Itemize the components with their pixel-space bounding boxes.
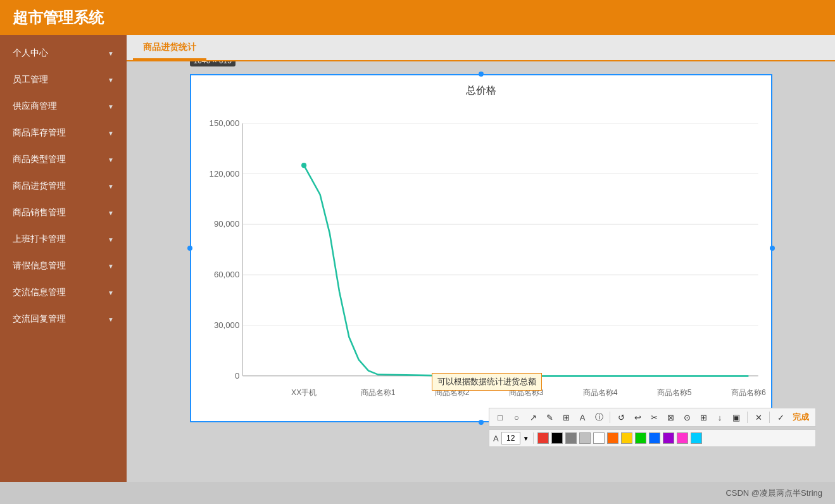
tool-pen[interactable]: ✎: [543, 410, 556, 424]
sidebar-label-leave: 请假信息管理: [13, 260, 66, 272]
chart-title: 总价格: [191, 75, 771, 98]
tool-close[interactable]: ✕: [751, 410, 765, 424]
sidebar-label-attendance: 上班打卡管理: [13, 234, 66, 245]
sep2: [747, 412, 748, 423]
sidebar-item-reply[interactable]: 交流回复管理 ▼: [0, 306, 127, 332]
sidebar-item-attendance[interactable]: 上班打卡管理 ▼: [0, 226, 127, 253]
sidebar-arrow-sales: ▼: [108, 210, 114, 217]
sep3: [769, 412, 770, 423]
sidebar-label-purchase: 商品进货管理: [13, 180, 66, 192]
color-green[interactable]: [635, 432, 646, 444]
color-pink[interactable]: [677, 432, 688, 444]
color-purple[interactable]: [663, 432, 674, 444]
body-wrap: 个人中心 ▼ 员工管理 ▼ 供应商管理 ▼ 商品库存管理 ▼ 商品类型管理 ▼ …: [0, 35, 835, 482]
sidebar-arrow-attendance: ▼: [108, 236, 114, 243]
color-gray[interactable]: [565, 432, 577, 444]
toolbar-done-button[interactable]: 完成: [790, 412, 812, 423]
font-size-dropdown-arrow[interactable]: ▼: [523, 435, 529, 442]
toolbar-font-row: A ▼: [489, 429, 816, 447]
footer-credit: CSDN @凌晨两点半String: [725, 488, 822, 499]
tool-grid[interactable]: ⊞: [696, 410, 710, 424]
tool-check[interactable]: ✓: [774, 410, 788, 424]
sidebar-arrow-reply: ▼: [108, 316, 114, 323]
sidebar-arrow-purchase: ▼: [108, 183, 114, 190]
color-cyan[interactable]: [691, 432, 702, 444]
sidebar-label-reply: 交流回复管理: [13, 313, 66, 325]
sidebar-label-staff: 员工管理: [13, 74, 48, 85]
sidebar-item-inventory[interactable]: 商品库存管理 ▼: [0, 120, 127, 146]
tool-redo[interactable]: ↩: [631, 410, 644, 424]
size-label: 1046 × 615: [190, 61, 235, 66]
sidebar: 个人中心 ▼ 员工管理 ▼ 供应商管理 ▼ 商品库存管理 ▼ 商品类型管理 ▼ …: [0, 35, 127, 482]
color-white[interactable]: [593, 432, 605, 444]
svg-text:30,000: 30,000: [213, 320, 239, 330]
sidebar-arrow-message: ▼: [108, 289, 114, 296]
sidebar-item-leave[interactable]: 请假信息管理 ▼: [0, 253, 127, 279]
sidebar-item-purchase[interactable]: 商品进货管理 ▼: [0, 173, 127, 199]
sidebar-arrow-inventory: ▼: [108, 130, 114, 137]
tool-download[interactable]: ↓: [713, 410, 727, 424]
font-icon: A: [493, 434, 499, 443]
svg-text:0: 0: [234, 371, 239, 381]
chart-tooltip: 可以根据数据统计进货总额: [432, 373, 542, 391]
app-title: 超市管理系统: [13, 8, 104, 28]
resize-handle-right[interactable]: [770, 246, 775, 251]
sep4: [533, 432, 534, 444]
tool-rectangle[interactable]: □: [493, 410, 507, 424]
tool-info[interactable]: ⓘ: [592, 410, 606, 424]
tool-arrow[interactable]: ↗: [526, 410, 540, 424]
annotation-toolbar: □ ○ ↗ ✎ ⊞ A ⓘ ↺ ↩ ✂ ⊠ ⊙ ⊞ ↓ ▣: [489, 408, 816, 447]
color-orange[interactable]: [607, 432, 618, 444]
svg-text:90,000: 90,000: [213, 219, 239, 229]
sidebar-item-staff[interactable]: 员工管理 ▼: [0, 66, 127, 93]
color-yellow[interactable]: [621, 432, 632, 444]
tool-cross[interactable]: ⊠: [663, 410, 677, 424]
color-silver[interactable]: [579, 432, 591, 444]
sidebar-arrow-supplier: ▼: [108, 103, 114, 110]
sidebar-arrow-personal: ▼: [108, 50, 114, 57]
tool-cut[interactable]: ✂: [647, 410, 661, 424]
color-red[interactable]: [537, 432, 549, 444]
main-content: 商品进货统计 1046 × 615 总价格: [127, 35, 835, 482]
chart-svg: 150,000 120,000 90,000 60,000 30,000 0 X…: [191, 104, 771, 415]
color-black[interactable]: [551, 432, 563, 444]
sidebar-item-message[interactable]: 交流信息管理 ▼: [0, 279, 127, 306]
sidebar-label-category: 商品类型管理: [13, 154, 66, 165]
sidebar-item-personal[interactable]: 个人中心 ▼: [0, 40, 127, 66]
chart-box: 总价格 150,000 120,000 90,000: [190, 74, 772, 422]
sidebar-label-inventory: 商品库存管理: [13, 127, 66, 139]
sep1: [610, 412, 610, 423]
tool-text[interactable]: A: [575, 410, 589, 424]
sidebar-item-category[interactable]: 商品类型管理 ▼: [0, 146, 127, 173]
toolbar-main-row: □ ○ ↗ ✎ ⊞ A ⓘ ↺ ↩ ✂ ⊠ ⊙ ⊞ ↓ ▣: [489, 408, 816, 427]
sidebar-item-sales[interactable]: 商品销售管理 ▼: [0, 199, 127, 226]
resize-handle-left[interactable]: [187, 246, 192, 251]
chart-wrapper: 1046 × 615 总价格: [190, 74, 772, 422]
sidebar-arrow-staff: ▼: [108, 77, 114, 84]
sidebar-label-sales: 商品销售管理: [13, 207, 66, 218]
sidebar-label-supplier: 供应商管理: [13, 101, 57, 112]
svg-text:商品名称6: 商品名称6: [731, 388, 766, 397]
sidebar-arrow-leave: ▼: [108, 263, 114, 270]
svg-text:商品名称4: 商品名称4: [582, 388, 617, 397]
svg-text:120,000: 120,000: [209, 169, 239, 179]
tab-bar: 商品进货统计: [127, 35, 835, 61]
tab-purchase-stats[interactable]: 商品进货统计: [133, 37, 206, 60]
resize-handle-top[interactable]: [479, 72, 484, 77]
svg-text:商品名称1: 商品名称1: [360, 388, 395, 397]
sidebar-arrow-category: ▼: [108, 156, 114, 163]
svg-text:150,000: 150,000: [209, 118, 239, 128]
tool-circle[interactable]: ○: [510, 410, 524, 424]
color-blue[interactable]: [649, 432, 660, 444]
resize-handle-bottom[interactable]: [479, 420, 484, 425]
font-size-input[interactable]: [501, 432, 520, 444]
svg-text:商品名称5: 商品名称5: [656, 388, 691, 397]
tool-undo[interactable]: ↺: [614, 410, 628, 424]
tool-target[interactable]: ⊙: [680, 410, 694, 424]
header: 超市管理系统: [0, 0, 835, 35]
tool-copy[interactable]: ▣: [729, 410, 743, 424]
svg-text:60,000: 60,000: [213, 270, 239, 279]
sidebar-label-message: 交流信息管理: [13, 287, 66, 298]
sidebar-item-supplier[interactable]: 供应商管理 ▼: [0, 93, 127, 120]
tool-mosaic[interactable]: ⊞: [559, 410, 573, 424]
